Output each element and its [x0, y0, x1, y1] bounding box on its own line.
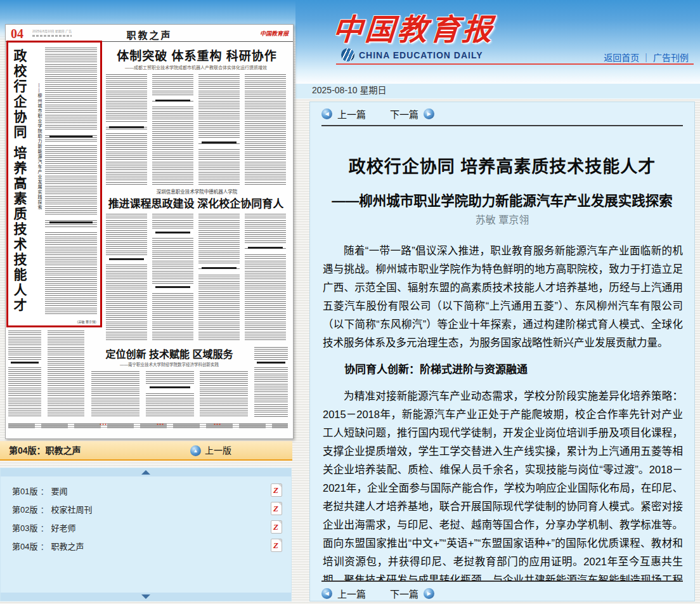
edition-label: 第04版：职教之声 [9, 442, 81, 459]
globe-up-icon [190, 445, 201, 456]
page-no: 第03版 [12, 523, 37, 533]
home-link[interactable]: 返回首页 [604, 53, 639, 63]
article-nav-top: 上一篇 下一篇 [321, 107, 434, 121]
paper-headline-2-kicker: 深圳信息职业技术学院中德机器人学院 [106, 188, 288, 195]
prev-edition-label: 上一版 [205, 442, 231, 459]
page-root: 中国教育报 CHINA EDUCATION DAILY 返回首页 ｜ 广告刊例 … [0, 0, 700, 604]
prev-edition-link[interactable]: 上一版 [190, 442, 231, 459]
arrow-down-icon [141, 594, 150, 599]
article-authors: 苏敏 覃京翎 [310, 211, 694, 226]
pdf-icon[interactable] [271, 539, 282, 552]
paper-headline-1[interactable]: 体制突破 体系重构 科研协作 [106, 46, 288, 63]
page-list-item[interactable]: 第03版：好老师 [1, 519, 291, 535]
article-title: 政校行企协同 培养高素质技术技能人才 [310, 153, 694, 178]
paper-masthead: 04 2025年8月10日 星期日 广告 职教之声 中国教育报 [6, 25, 293, 42]
next-article-icon[interactable] [424, 588, 434, 599]
footer-dots: ●●● [214, 422, 221, 426]
simulated-text-column [106, 214, 147, 341]
simulated-text-column [198, 74, 240, 185]
paper-headline-3-subtitle: ——南宁职业技术大学财经学院数字经济学科创新实践 [82, 361, 257, 367]
page-name: 要闻 [51, 487, 67, 496]
simulated-text-column [245, 74, 286, 185]
page-sep: ： [37, 542, 51, 551]
page-no: 第04版 [12, 542, 37, 551]
prev-article-icon[interactable] [321, 108, 332, 119]
page-list-item[interactable]: 第02版：校家社周刊 [1, 501, 291, 517]
page-sep: ： [37, 505, 51, 515]
newspaper-page-preview[interactable]: 04 2025年8月10日 星期日 广告 职教之声 中国教育报 政校行企协同 培… [5, 24, 294, 439]
paper-headline-2[interactable]: 推进课程思政建设 深化校企协同育人 [101, 195, 291, 211]
paper-section-title: 职教之声 [6, 28, 293, 41]
simulated-text-column [48, 331, 84, 417]
site-logo-english: CHINA EDUCATION DAILY [359, 50, 483, 60]
divider-top [321, 125, 683, 126]
simulated-text-column [245, 214, 286, 341]
article-nav-bottom: 上一篇 下一篇 [321, 587, 434, 600]
site-logo-chinese: 中国教育报 [332, 5, 496, 49]
page-list: 第01版：要闻 第02版：校家社周刊 第03版：好老师 第04版：职教之声 [0, 468, 292, 601]
pdf-icon[interactable] [271, 483, 282, 497]
date-strip: 2025-08-10 星期日 [295, 82, 700, 99]
next-article-icon[interactable] [424, 108, 434, 119]
logo-underline [336, 63, 694, 65]
prev-article-link[interactable]: 上一篇 [337, 107, 366, 121]
globe-icon [341, 48, 354, 62]
article-panel: 上一篇 下一篇 政校行企协同 培养高素质技术技能人才 ——柳州城市职业学院助力新… [309, 102, 695, 601]
article-section-heading: 协同育人创新：阶梯式进阶与资源融通 [323, 360, 683, 379]
link-separator: ｜ [642, 53, 651, 63]
simulated-text-column [106, 74, 147, 185]
page-sep: ： [37, 487, 51, 496]
featured-vertical-title: 政校行企协同 培养高素质技术技能人才 [12, 49, 27, 319]
ads-link[interactable]: 广告刊例 [653, 53, 689, 63]
simulated-text-column [91, 371, 139, 417]
divider-bottom [321, 581, 683, 582]
simulated-text-column [146, 371, 194, 417]
page-name: 职教之声 [51, 542, 84, 551]
scroll-down-strip[interactable] [1, 593, 291, 601]
arrow-up-icon [141, 470, 150, 475]
site-logo-english-row: CHINA EDUCATION DAILY [341, 48, 483, 62]
simulated-text-column [254, 347, 288, 417]
date-text: 2025-08-10 星期日 [312, 84, 700, 97]
footer-dots: ●●● [157, 422, 164, 426]
paper-headline-3[interactable]: 定位创新 技术赋能 区域服务 [87, 346, 252, 361]
pdf-icon[interactable] [271, 520, 282, 534]
simulated-text-column [8, 331, 41, 417]
next-article-link[interactable]: 下一篇 [390, 107, 418, 121]
article-highlight-box[interactable]: 政校行企协同 培养高素质技术技能人才 ——柳州城市职业学院助力新能源汽车产业发展… [6, 41, 102, 327]
page-list-item[interactable]: 第04版：职教之声 [1, 537, 291, 554]
footer-dots: ●●● [100, 422, 107, 426]
scroll-up-strip[interactable] [1, 468, 291, 476]
article-subtitle: ——柳州城市职业学院助力新能源汽车产业发展实践探索 [310, 190, 694, 209]
article-paragraph: 随着“一带一路”倡议深入推进，职业教育服务新能源汽车产业面临新的机遇与挑战。柳州… [323, 242, 683, 352]
simulated-text-column [152, 74, 193, 185]
page-name: 校家社周刊 [51, 505, 92, 515]
pdf-icon[interactable] [271, 502, 282, 515]
article-paragraph: 为精准对接新能源汽车产业动态需求，学校分阶段实施差异化培养策略：2015－201… [323, 387, 683, 581]
page-list-item[interactable]: 第01版：要闻 [1, 482, 291, 499]
featured-vertical-subtitle: ——柳州城市职业学院助力新能源汽车产业发展实践探索 [36, 83, 42, 292]
simulated-text-column [198, 214, 240, 341]
page-name: 好老师 [51, 523, 75, 533]
featured-byline: （苏敏 覃京翎） [75, 319, 98, 324]
prev-article-icon[interactable] [321, 588, 332, 599]
next-article-link[interactable]: 下一篇 [390, 587, 418, 600]
paper-footer-line [8, 423, 288, 428]
paper-logo: 中国教育报 [260, 29, 288, 37]
article-body: 随着“一带一路”倡议深入推进，职业教育服务新能源汽车产业面临新的机遇与挑战。柳州… [323, 242, 683, 581]
page-no: 第01版 [12, 487, 37, 496]
page-no: 第02版 [12, 505, 37, 515]
page-sep: ： [37, 523, 51, 533]
simulated-text-column [200, 371, 248, 417]
paper-headline-1-subtitle: ——成都工贸职业技术学院成都市机器人产教联合体实体化运行提质增效 [101, 64, 291, 70]
edition-bar: 第04版：职教之声 上一版 [0, 441, 292, 461]
simulated-text-column [152, 214, 193, 341]
simulated-text-column [45, 48, 97, 315]
header-links: 返回首页 ｜ 广告刊例 [604, 51, 689, 63]
prev-article-link[interactable]: 上一篇 [337, 587, 366, 600]
